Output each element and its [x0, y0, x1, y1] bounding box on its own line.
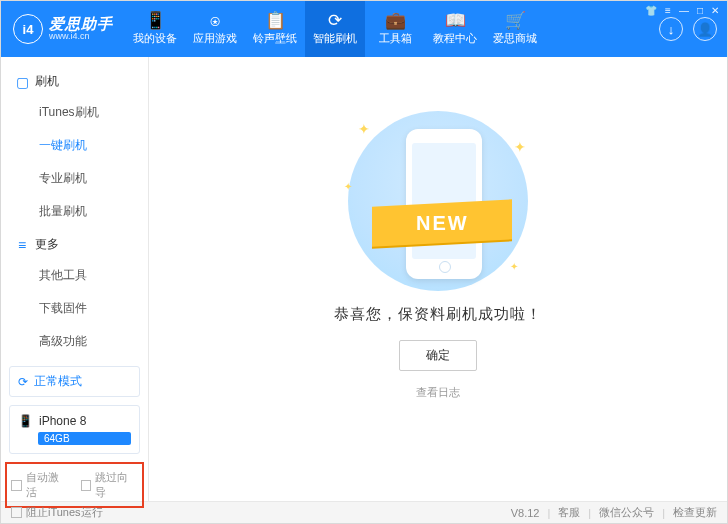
sidebar-item-pro-flash[interactable]: 专业刷机: [1, 162, 148, 195]
success-illustration: ✦ ✦ ✦ ✦ NEW: [338, 111, 538, 291]
brand-url: www.i4.cn: [49, 32, 113, 42]
user-icon[interactable]: 👤: [693, 17, 717, 41]
sidebar-section-flash: ▢ 刷机: [1, 65, 148, 96]
sidebar-section-more: ≡ 更多: [1, 228, 148, 259]
minimize-icon[interactable]: —: [679, 5, 689, 16]
refresh-icon: ⟳: [328, 12, 342, 29]
sidebar-item-itunes-flash[interactable]: iTunes刷机: [1, 96, 148, 129]
highlighted-options: 自动激活 跳过向导: [5, 462, 144, 508]
block-itunes-checkbox[interactable]: 阻止iTunes运行: [11, 505, 103, 520]
app-header: i4 爱思助手 www.i4.cn 📱我的设备 ⍟应用游戏 📋铃声壁纸 ⟳智能刷…: [1, 1, 727, 57]
window-controls: 👕 ≡ — □ ✕: [645, 5, 719, 16]
view-log-link[interactable]: 查看日志: [416, 385, 460, 400]
device-card[interactable]: 📱 iPhone 8 64GB: [9, 405, 140, 454]
phone-icon: 📱: [145, 12, 166, 29]
tab-ringtones[interactable]: 📋铃声壁纸: [245, 1, 305, 57]
version-label: V8.12: [511, 507, 540, 519]
top-tabs: 📱我的设备 ⍟应用游戏 📋铃声壁纸 ⟳智能刷机 💼工具箱 📖教程中心 🛒爱思商城: [125, 1, 545, 57]
download-icon[interactable]: ↓: [659, 17, 683, 41]
briefcase-icon: 💼: [385, 12, 406, 29]
sync-icon: ⟳: [18, 375, 28, 389]
main-content: ✦ ✦ ✦ ✦ NEW 恭喜您，保资料刷机成功啦！ 确定 查看日志: [149, 57, 727, 501]
sidebar-item-batch-flash[interactable]: 批量刷机: [1, 195, 148, 228]
sidebar-item-download-firmware[interactable]: 下载固件: [1, 292, 148, 325]
mode-indicator[interactable]: ⟳ 正常模式: [9, 366, 140, 397]
book-icon: 📖: [445, 12, 466, 29]
more-icon: ≡: [15, 237, 29, 253]
tab-store[interactable]: 🛒爱思商城: [485, 1, 545, 57]
tab-tutorials[interactable]: 📖教程中心: [425, 1, 485, 57]
note-icon: 📋: [265, 12, 286, 29]
header-right: ↓ 👤: [659, 17, 717, 41]
shirt-icon[interactable]: 👕: [645, 5, 657, 16]
success-message: 恭喜您，保资料刷机成功啦！: [334, 305, 542, 324]
sidebar: ▢ 刷机 iTunes刷机 一键刷机 专业刷机 批量刷机 ≡ 更多 其他工具 下…: [1, 57, 149, 501]
confirm-button[interactable]: 确定: [399, 340, 477, 371]
cart-icon: 🛒: [505, 12, 526, 29]
new-ribbon: NEW: [372, 199, 512, 246]
tab-my-device[interactable]: 📱我的设备: [125, 1, 185, 57]
device-icon: ▢: [15, 74, 29, 90]
maximize-icon[interactable]: □: [697, 5, 703, 16]
footer-link-update[interactable]: 检查更新: [673, 505, 717, 520]
device-name: iPhone 8: [39, 414, 86, 428]
sidebar-item-other-tools[interactable]: 其他工具: [1, 259, 148, 292]
auto-activate-checkbox[interactable]: 自动激活: [11, 470, 69, 500]
footer-link-wechat[interactable]: 微信公众号: [599, 505, 654, 520]
phone-small-icon: 📱: [18, 414, 33, 428]
sidebar-item-advanced[interactable]: 高级功能: [1, 325, 148, 358]
storage-badge: 64GB: [38, 432, 131, 445]
app-logo: i4 爱思助手 www.i4.cn: [13, 14, 113, 44]
tab-apps-games[interactable]: ⍟应用游戏: [185, 1, 245, 57]
footer-link-support[interactable]: 客服: [558, 505, 580, 520]
menu-icon[interactable]: ≡: [665, 5, 671, 16]
sidebar-item-onekey-flash[interactable]: 一键刷机: [1, 129, 148, 162]
tab-smart-flash[interactable]: ⟳智能刷机: [305, 1, 365, 57]
logo-icon: i4: [13, 14, 43, 44]
brand-name: 爱思助手: [49, 16, 113, 33]
close-icon[interactable]: ✕: [711, 5, 719, 16]
skip-guide-checkbox[interactable]: 跳过向导: [81, 470, 139, 500]
apps-icon: ⍟: [210, 12, 220, 29]
tab-toolbox[interactable]: 💼工具箱: [365, 1, 425, 57]
